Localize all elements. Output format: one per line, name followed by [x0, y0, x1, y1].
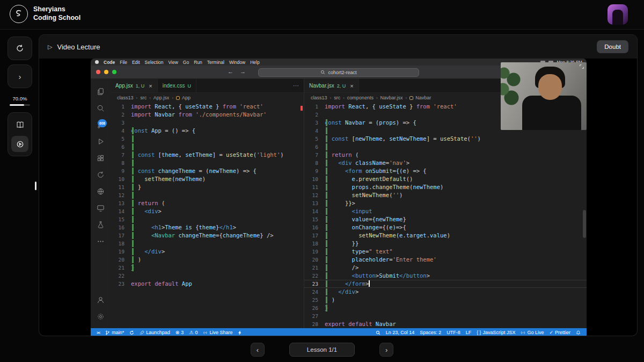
status-sync-icon[interactable] [127, 328, 137, 336]
status-0[interactable]: ⚠0 [186, 328, 200, 336]
menu-code[interactable]: Code [104, 60, 115, 65]
status-main-[interactable]: main* [103, 328, 127, 336]
code-line: 6 [111, 143, 304, 151]
lesson-indicator[interactable]: Lesson 1/1 [289, 343, 355, 357]
testing-icon[interactable] [91, 216, 111, 233]
replay-button[interactable] [8, 37, 32, 60]
explorer-icon[interactable] [91, 83, 111, 100]
close-icon[interactable]: × [149, 83, 152, 89]
remote-explorer-icon[interactable] [91, 200, 111, 216]
sheryians-logo-icon [10, 5, 28, 23]
search-icon[interactable] [91, 100, 111, 117]
breadcrumb-separator: › [343, 96, 345, 100]
menu-terminal[interactable]: Terminal [207, 60, 224, 65]
status-prettier[interactable]: ✓Prettier [546, 328, 573, 336]
menu-go[interactable]: Go [183, 60, 189, 65]
maximize-window-icon[interactable] [112, 70, 116, 74]
status-live-share[interactable]: Live Share [200, 328, 235, 336]
extensions-icon[interactable] [91, 150, 111, 166]
status-utf-8[interactable]: UTF-8 [444, 328, 463, 336]
doubt-button[interactable]: Doubt [597, 40, 628, 53]
status-go-live[interactable]: Go Live [518, 328, 546, 336]
menu-edit[interactable]: Edit [132, 60, 140, 65]
status-ln-23-col-14[interactable]: Ln 23, Col 14 [383, 328, 418, 336]
more-icon[interactable] [91, 233, 111, 250]
video-player[interactable]: CodeFileEditSelectionViewGoRunTerminalWi… [39, 59, 637, 336]
left-code-editor[interactable]: 1import React, { useState } from 'react'… [111, 103, 304, 328]
code-line: 1import React, { useState } from 'react' [111, 103, 304, 111]
code-line: 13 }}> [304, 199, 587, 207]
topbar: Sheryians Coding School [0, 0, 644, 30]
user-avatar[interactable] [608, 4, 628, 25]
code-line: 18 [111, 240, 304, 248]
page-scrollbar-thumb[interactable] [35, 182, 36, 190]
next-lesson-button[interactable]: › [379, 343, 393, 357]
breadcrumb-item[interactable]: class13 [311, 95, 327, 100]
menu-selection[interactable]: Selection [145, 60, 164, 65]
source-control-icon[interactable]: 608 [91, 117, 111, 133]
code-line: 5 const [newTheme, setNewTheme] = useSta… [304, 135, 587, 143]
breadcrumb-separator: › [172, 96, 173, 100]
breadcrumb-separator: › [376, 96, 378, 100]
status-bell-icon[interactable] [573, 328, 583, 336]
broadcast-icon [203, 330, 208, 335]
breadcrumb-item[interactable]: class13 [117, 95, 134, 100]
breadcrumb-item[interactable]: App.jsx [153, 95, 170, 100]
breadcrumb-separator: › [149, 96, 151, 100]
previous-lesson-button[interactable]: ‹ [251, 343, 265, 357]
status-lf[interactable]: LF [463, 328, 474, 336]
left-breadcrumb: class13›src›App.jsx›App [111, 93, 304, 103]
webcam-overlay[interactable] [501, 62, 587, 130]
webcam-expand-icon[interactable] [580, 64, 584, 69]
symbol-icon [176, 96, 180, 100]
status-3[interactable]: ⊗3 [173, 328, 187, 336]
code-line: 5 [111, 135, 304, 143]
activity-bar: 608 [91, 79, 111, 328]
code-line: 14 <input [304, 207, 587, 215]
panel-title: Video Lecture [57, 43, 100, 51]
status-javascript-jsx[interactable]: { }JavaScript JSX [474, 328, 518, 336]
run-debug-icon[interactable] [91, 133, 111, 150]
breadcrumb-item[interactable]: src [334, 95, 340, 100]
menu-window[interactable]: Window [229, 60, 245, 65]
warnings-icon: ⚠ [189, 330, 193, 335]
live-share-icon[interactable] [91, 183, 111, 200]
breadcrumb-item[interactable]: App [176, 95, 191, 100]
brand[interactable]: Sheryians Coding School [10, 5, 80, 23]
close-icon[interactable]: × [350, 83, 353, 89]
status-remote-icon[interactable]: >< [94, 328, 103, 336]
right-code-editor[interactable]: 1import React, { useState } from 'react'… [304, 103, 587, 328]
status-launchpad[interactable]: Launchpad [137, 328, 173, 336]
editor-tab-App.jsx[interactable]: App.jsx1, U× [111, 79, 158, 92]
settings-sync-icon[interactable] [91, 166, 111, 183]
status-spaces-2[interactable]: Spaces: 2 [417, 328, 444, 336]
status-zoom-icon[interactable] [373, 328, 383, 336]
breadcrumb-item[interactable]: components [347, 95, 374, 100]
code-line: 7 const [theme, setTheme] = useState('li… [111, 151, 304, 159]
menu-run[interactable]: Run [194, 60, 202, 65]
close-window-icon[interactable] [96, 70, 100, 74]
editor-tab-index.css[interactable]: index.cssU [158, 79, 196, 92]
expand-panel-button[interactable]: › [8, 64, 32, 88]
video-lecture-button[interactable] [11, 136, 28, 152]
lightning-icon [238, 330, 242, 335]
forward-icon[interactable]: → [240, 68, 246, 75]
minimize-window-icon[interactable] [104, 70, 108, 74]
settings-gear-icon[interactable] [91, 308, 111, 325]
menu-help[interactable]: Help [250, 60, 259, 65]
course-content-button[interactable] [11, 117, 28, 133]
editor-actions-icon[interactable]: ⋯ [289, 79, 304, 92]
breadcrumb-item[interactable]: Navbar.jsx [380, 95, 403, 100]
workspace-search-input[interactable]: cohort2-react [258, 68, 419, 77]
status-lightning-icon[interactable] [235, 328, 245, 336]
lesson-navigation: ‹ Lesson 1/1 › [0, 343, 644, 357]
menu-file[interactable]: File [120, 60, 127, 65]
editor-group-left: App.jsx1, U×index.cssU⋯ class13›src›App.… [111, 79, 304, 328]
breadcrumb-item[interactable]: src [140, 95, 147, 100]
back-icon[interactable]: ← [228, 68, 233, 75]
progress-label: 70.0% [8, 96, 32, 102]
menu-view[interactable]: View [169, 60, 178, 65]
editor-tab-Navbar.jsx[interactable]: Navbar.jsx2, U× [304, 79, 359, 92]
account-icon[interactable] [91, 292, 111, 308]
breadcrumb-item[interactable]: Navbar [409, 95, 431, 100]
